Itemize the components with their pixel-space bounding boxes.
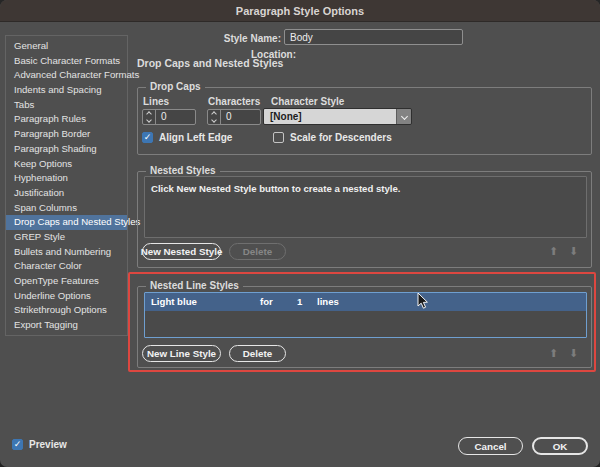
drop-caps-group: Drop Caps Lines Characters Character Sty… [137, 87, 592, 155]
preview-checkbox[interactable]: ✓ [12, 439, 23, 450]
align-left-edge-checkbox[interactable]: ✓ [142, 132, 153, 143]
nested-styles-list[interactable]: Click New Nested Style button to create … [144, 176, 587, 238]
line-style-unit[interactable]: lines [317, 293, 339, 311]
delete-line-style-button[interactable]: Delete [229, 345, 286, 362]
style-name-label: Style Name: [181, 33, 281, 44]
character-style-dropdown[interactable]: [None] [263, 108, 412, 125]
sidebar-item-paragraph-shading[interactable]: Paragraph Shading [6, 142, 127, 157]
align-left-edge-label: Align Left Edge [159, 132, 232, 143]
nested-line-styles-list[interactable]: Light blue for 1 lines [144, 292, 587, 338]
nested-styles-group: Nested Styles Click New Nested Style but… [137, 171, 592, 268]
line-style-keyword[interactable]: for [260, 293, 273, 311]
characters-stepper[interactable]: 0 [207, 109, 261, 125]
preview-label: Preview [29, 439, 67, 450]
stepper-down-icon[interactable] [211, 117, 217, 123]
new-line-style-button[interactable]: New Line Style [142, 345, 221, 362]
sidebar-item-strikethrough-options[interactable]: Strikethrough Options [6, 303, 127, 318]
lines-stepper-buttons[interactable] [143, 110, 156, 124]
sidebar-item-export-tagging[interactable]: Export Tagging [6, 318, 127, 333]
line-style-row-selected[interactable]: Light blue for 1 lines [145, 293, 586, 311]
ok-button[interactable]: OK [532, 437, 588, 455]
nested-line-styles-group: Nested Line Styles Light blue for 1 line… [137, 286, 592, 368]
sidebar-item-tabs[interactable]: Tabs [6, 98, 127, 113]
sidebar-item-bullets-and-numbering[interactable]: Bullets and Numbering [6, 245, 127, 260]
scale-for-descenders-checkbox[interactable] [273, 132, 284, 143]
sidebar-item-indents-and-spacing[interactable]: Indents and Spacing [6, 83, 127, 98]
delete-nested-style-button[interactable]: Delete [229, 243, 286, 260]
move-down-icon[interactable]: ⬇ [569, 246, 578, 257]
lines-label: Lines [143, 96, 169, 107]
move-up-icon[interactable]: ⬆ [549, 348, 558, 359]
nested-line-styles-legend: Nested Line Styles [146, 280, 243, 291]
stepper-up-icon[interactable] [146, 111, 152, 117]
stepper-up-icon[interactable] [211, 111, 217, 117]
dialog-title: Paragraph Style Options [236, 5, 364, 17]
paragraph-style-options-dialog: Paragraph Style Options Style Name: Loca… [0, 0, 600, 467]
sidebar-item-span-columns[interactable]: Span Columns [6, 201, 127, 216]
panel-heading: Drop Caps and Nested Styles [137, 57, 283, 69]
line-style-name[interactable]: Light blue [151, 293, 197, 311]
characters-stepper-buttons[interactable] [208, 110, 221, 124]
sidebar-item-drop-caps-and-nested-styles[interactable]: Drop Caps and Nested Styles [6, 215, 127, 230]
dialog-titlebar: Paragraph Style Options [0, 0, 600, 22]
nested-styles-hint: Click New Nested Style button to create … [145, 177, 586, 194]
character-style-label: Character Style [271, 96, 344, 107]
sidebar-item-basic-character-formats[interactable]: Basic Character Formats [6, 54, 127, 69]
character-style-selected-value[interactable]: [None] [264, 109, 396, 124]
sidebar-item-general[interactable]: General [6, 39, 127, 54]
sidebar-item-opentype-features[interactable]: OpenType Features [6, 274, 127, 289]
preview-checkbox-row[interactable]: ✓ Preview [12, 439, 67, 450]
dropdown-chevron-button[interactable] [396, 109, 411, 124]
scale-for-descenders-label: Scale for Descenders [290, 132, 392, 143]
sidebar-item-hyphenation[interactable]: Hyphenation [6, 171, 127, 186]
move-up-icon[interactable]: ⬆ [549, 246, 558, 257]
style-name-input[interactable] [284, 29, 463, 45]
cancel-button[interactable]: Cancel [458, 437, 523, 455]
align-left-edge-checkbox-row[interactable]: ✓ Align Left Edge [142, 132, 232, 143]
lines-stepper[interactable]: 0 [142, 109, 196, 125]
settings-category-list: General Basic Character Formats Advanced… [5, 35, 128, 336]
sidebar-item-keep-options[interactable]: Keep Options [6, 157, 127, 172]
sidebar-item-underline-options[interactable]: Underline Options [6, 289, 127, 304]
drop-caps-legend: Drop Caps [146, 81, 205, 92]
sidebar-item-character-color[interactable]: Character Color [6, 259, 127, 274]
move-down-icon[interactable]: ⬇ [569, 348, 578, 359]
characters-label: Characters [208, 96, 260, 107]
sidebar-item-paragraph-rules[interactable]: Paragraph Rules [6, 112, 127, 127]
nested-styles-legend: Nested Styles [146, 165, 220, 176]
sidebar-item-paragraph-border[interactable]: Paragraph Border [6, 127, 127, 142]
lines-value[interactable]: 0 [156, 110, 195, 124]
sidebar-item-justification[interactable]: Justification [6, 186, 127, 201]
new-nested-style-button[interactable]: New Nested Style [142, 243, 221, 260]
sidebar-item-advanced-character-formats[interactable]: Advanced Character Formats [6, 68, 127, 83]
line-style-count[interactable]: 1 [297, 293, 302, 311]
characters-value[interactable]: 0 [221, 110, 260, 124]
stepper-down-icon[interactable] [146, 117, 152, 123]
sidebar-item-grep-style[interactable]: GREP Style [6, 230, 127, 245]
scale-for-descenders-checkbox-row[interactable]: Scale for Descenders [273, 132, 392, 143]
chevron-down-icon [400, 113, 407, 120]
